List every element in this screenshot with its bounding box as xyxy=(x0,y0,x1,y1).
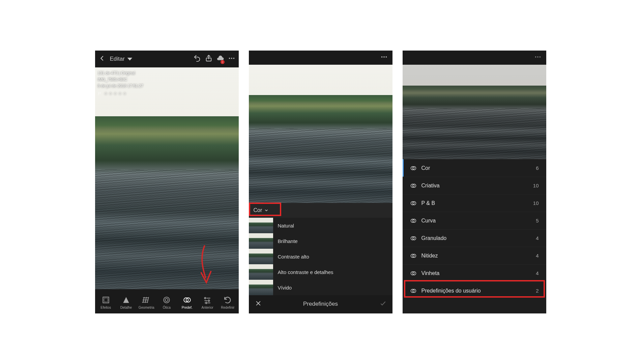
preset-thumb xyxy=(249,249,273,264)
preset-icon xyxy=(410,217,417,224)
svg-point-26 xyxy=(537,56,538,58)
svg-point-21 xyxy=(383,56,385,58)
cloud-error-badge: ! xyxy=(221,60,225,64)
topbar: Editar ! xyxy=(95,51,239,67)
svg-point-4 xyxy=(233,58,234,59)
category-item-vinheta[interactable]: Vinheta 4 xyxy=(403,264,546,282)
back-icon[interactable] xyxy=(98,55,106,63)
svg-point-12 xyxy=(204,297,206,299)
share-icon[interactable] xyxy=(205,55,212,63)
tool-efeitos[interactable]: Efeitos xyxy=(97,296,115,309)
preset-icon xyxy=(410,252,417,259)
screen-1: Editar ! 131 de 473 | Original IMG_7585.… xyxy=(95,51,239,313)
more-icon[interactable] xyxy=(228,55,235,63)
meta-filename: IMG_7585.HEIC xyxy=(98,77,143,83)
photo-preview[interactable] xyxy=(249,65,392,203)
edit-dropdown[interactable]: Editar xyxy=(110,55,134,63)
photo-metadata: 131 de 473 | Original IMG_7585.HEIC 8 de… xyxy=(98,70,143,97)
category-item-curva[interactable]: Curva 5 xyxy=(403,212,546,229)
tool-detalhe[interactable]: Detalhe xyxy=(117,296,135,309)
preset-thumb xyxy=(249,233,273,249)
tool-otica[interactable]: Ótica xyxy=(157,296,176,309)
meta-index: 131 de 473 | Original xyxy=(98,70,143,77)
svg-point-14 xyxy=(208,300,209,301)
svg-point-3 xyxy=(231,58,232,59)
preset-item[interactable]: Vívido xyxy=(249,280,392,295)
preset-category-list: Cor 6 Criativa 10 P & B 10 Curva 5 Granu… xyxy=(403,159,546,313)
preset-item[interactable]: Contraste alto xyxy=(249,249,392,264)
preset-category-dropdown[interactable]: Cor xyxy=(249,203,392,218)
preset-icon xyxy=(410,200,417,207)
undo-icon[interactable] xyxy=(194,55,201,63)
preset-icon xyxy=(410,235,417,242)
topbar xyxy=(403,51,546,65)
tool-anterior[interactable]: Anterior xyxy=(198,296,216,309)
tool-predef[interactable]: Predef. xyxy=(178,296,196,309)
chevron-down-icon xyxy=(264,208,269,213)
svg-marker-0 xyxy=(127,58,133,60)
preset-icon xyxy=(410,270,417,277)
preset-footer: Predefinições xyxy=(249,295,392,313)
category-item-peb[interactable]: P & B 10 xyxy=(403,194,546,212)
preset-thumb xyxy=(249,218,273,233)
svg-point-9 xyxy=(165,298,168,301)
preset-list: Natural Brilhante Contraste alto Alto co… xyxy=(249,218,392,295)
preset-icon xyxy=(410,182,417,189)
category-item-criativa[interactable]: Criativa 10 xyxy=(403,177,546,194)
confirm-icon[interactable] xyxy=(380,300,386,308)
footer-title: Predefinições xyxy=(262,301,380,307)
svg-point-25 xyxy=(535,56,536,58)
preset-thumb xyxy=(249,280,273,295)
photo-preview[interactable]: 131 de 473 | Original IMG_7585.HEIC 8 de… xyxy=(95,67,239,289)
svg-point-22 xyxy=(385,56,387,58)
screen-3: Cor 6 Criativa 10 P & B 10 Curva 5 Granu… xyxy=(403,51,546,313)
preset-item[interactable]: Alto contraste e detalhes xyxy=(249,264,392,280)
svg-point-27 xyxy=(539,56,541,58)
svg-point-20 xyxy=(381,56,382,58)
svg-rect-6 xyxy=(104,298,108,302)
category-item-usuario[interactable]: Predefinições do usuário 2 xyxy=(403,282,546,299)
category-item-cor[interactable]: Cor 6 xyxy=(403,159,546,177)
preset-icon xyxy=(410,287,417,294)
preset-icon xyxy=(410,165,417,172)
preset-item[interactable]: Natural xyxy=(249,218,392,233)
meta-datetime: 8 de jul de 2018 17:51:27 xyxy=(98,83,143,89)
photo-preview[interactable] xyxy=(403,65,546,159)
tool-bar: Efeitos Detalhe Geometria Ótica Predef. … xyxy=(95,289,239,313)
topbar xyxy=(249,51,392,65)
tool-geometria[interactable]: Geometria xyxy=(137,296,155,309)
meta-rating[interactable]: ☆☆☆☆☆ xyxy=(98,90,143,97)
close-icon[interactable] xyxy=(255,300,262,308)
cloud-sync-icon[interactable]: ! xyxy=(216,55,224,63)
preset-item[interactable]: Brilhante xyxy=(249,233,392,249)
svg-point-17 xyxy=(206,302,207,303)
flag-icon xyxy=(98,92,102,96)
category-item-granulado[interactable]: Granulado 4 xyxy=(403,229,546,247)
category-label: Cor xyxy=(254,207,262,213)
more-icon[interactable] xyxy=(380,53,388,62)
edit-label: Editar xyxy=(110,56,125,62)
tool-redefinir[interactable]: Redefinir xyxy=(218,296,237,309)
svg-point-8 xyxy=(164,297,170,303)
svg-point-2 xyxy=(229,58,230,59)
svg-marker-7 xyxy=(123,297,129,303)
screen-2: Cor Natural Brilhante Contraste alto Alt… xyxy=(249,51,392,313)
more-icon[interactable] xyxy=(534,53,542,62)
preset-thumb xyxy=(249,264,273,280)
category-item-nitidez[interactable]: Nitidez 4 xyxy=(403,247,546,264)
